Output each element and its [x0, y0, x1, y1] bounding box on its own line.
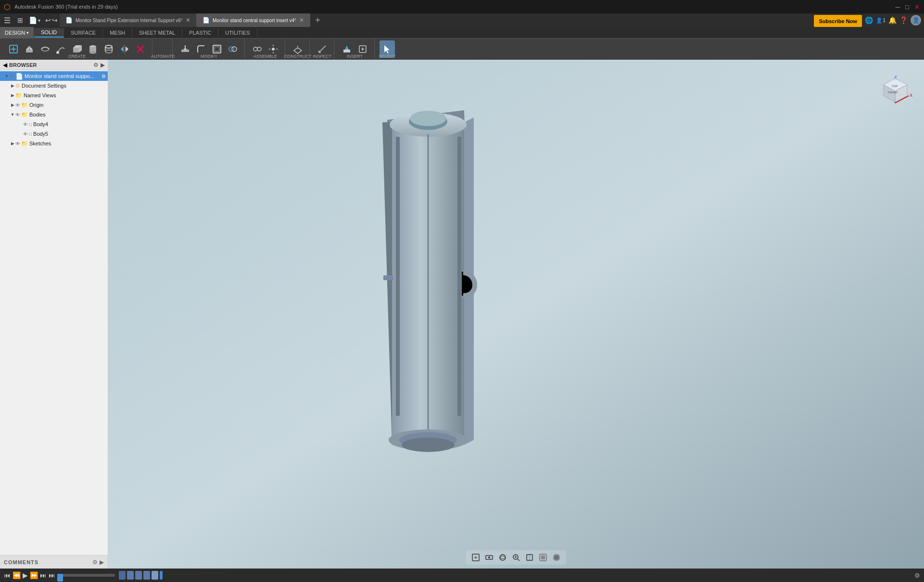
tree-expand-sketches[interactable]: ▶ [10, 141, 15, 146]
status-settings-icon[interactable]: ⚙ [914, 572, 920, 579]
tab-sheet-metal[interactable]: SHEET METAL [132, 28, 182, 37]
svg-marker-20 [126, 46, 128, 52]
app-menu-icon[interactable]: ☰ [0, 13, 14, 27]
keyframe-4[interactable] [143, 571, 150, 580]
tree-root-label: Monitor stand central suppo... [25, 73, 94, 79]
timeline-skip-back-button[interactable]: ⏮ [4, 571, 11, 579]
fit-view-button[interactable] [470, 552, 481, 563]
comments-actions: ⚙ ▶ [92, 559, 104, 566]
tab-mesh[interactable]: MESH [103, 28, 132, 37]
tabbar: ☰ ⊞ 📄▾ ↩ ↪ 📄 Monitor Stand Pipe Extensio… [0, 13, 924, 27]
browser-settings-icon[interactable]: ⚙ [93, 62, 99, 68]
tree-expand-origin[interactable]: ▶ [10, 103, 15, 107]
comments-expand-icon[interactable]: ▶ [100, 559, 104, 566]
viewport[interactable]: Z X FRONT TOP [108, 60, 924, 569]
pipe-button[interactable] [101, 40, 116, 58]
tree-item-origin[interactable]: ▶ 👁 📁 Origin [0, 100, 108, 110]
timeline-next-button[interactable]: ⏩ [30, 571, 38, 579]
assemble-group-label: ASSEMBLE [253, 54, 277, 59]
tab-plastic[interactable]: PLASTIC [182, 28, 218, 37]
tree-item-bodies[interactable]: ▼ 👁 📁 Bodies [0, 110, 108, 119]
zoom-button[interactable] [510, 552, 522, 563]
timeline-end-button[interactable]: ⏭ [49, 571, 55, 579]
visibility-body5-icon[interactable]: 👁 [23, 131, 28, 137]
delete-button[interactable] [133, 40, 148, 58]
tree-item-root[interactable]: ▼ 👁 📄 Monitor stand central suppo... ⚙ [0, 71, 108, 81]
timeline-track[interactable] [57, 574, 115, 577]
tab-solid[interactable]: SOLID [34, 28, 64, 38]
svg-rect-43 [343, 50, 350, 52]
design-dropdown[interactable]: DESIGN ▾ [0, 27, 34, 38]
user-avatar[interactable]: 👤 [911, 15, 921, 26]
viewcube[interactable]: Z X FRONT TOP [876, 69, 914, 108]
minimize-button[interactable]: ─ [894, 3, 901, 10]
extrude-button[interactable] [22, 40, 37, 58]
tree-item-doc-settings[interactable]: ▶ ⚙ Document Settings [0, 81, 108, 91]
maximize-button[interactable]: □ [904, 3, 911, 10]
tab-pipe-close[interactable]: ✕ [186, 17, 190, 24]
mirror-button[interactable] [117, 40, 132, 58]
keyframe-1[interactable] [119, 571, 126, 580]
press-pull-button[interactable] [177, 40, 193, 58]
keyframe-3[interactable] [135, 571, 142, 580]
tab-monitor-support[interactable]: 📄 Monitor stand central support insert v… [197, 13, 310, 27]
visibility-bodies-icon[interactable]: 👁 [15, 112, 20, 117]
tree-expand-named-views[interactable]: ▶ [10, 93, 15, 98]
keyframe-6[interactable] [160, 571, 163, 580]
combine-button[interactable] [225, 40, 240, 58]
keyframe-2[interactable] [127, 571, 134, 580]
appearance-toggle[interactable] [537, 552, 549, 563]
app-title: Autodesk Fusion 360 (Trial ends in 29 da… [14, 4, 118, 10]
keyframe-5[interactable] [152, 571, 158, 580]
timeline-skip-forward-button[interactable]: ⏭ [40, 571, 47, 579]
browser-expand-icon[interactable]: ▶ [101, 62, 105, 68]
browser-collapse-icon[interactable]: ◀ [3, 62, 7, 68]
visibility-root-icon[interactable]: 👁 [10, 74, 14, 79]
timeline-marker[interactable] [57, 574, 63, 582]
subscribe-button[interactable]: Subscribe Now [814, 15, 861, 27]
tab-utilities[interactable]: UTILITIES [218, 28, 257, 37]
statusbar-right: ⚙ [914, 572, 920, 579]
sweep-button[interactable] [53, 40, 69, 58]
body5-shape-icon: □ [29, 131, 32, 137]
new-tab-button[interactable]: + [310, 13, 325, 27]
notifications-icon[interactable]: 🔔 [888, 16, 897, 24]
section-analysis-button[interactable] [524, 552, 535, 563]
revolve-button[interactable] [38, 40, 53, 58]
help-icon[interactable]: ❓ [899, 16, 908, 24]
tree-body5-label: Body5 [33, 131, 48, 137]
timeline-play-button[interactable]: ▶ [23, 571, 28, 579]
tree-root-settings-icon[interactable]: ⚙ [101, 74, 106, 79]
tree-expand-root[interactable]: ▼ [4, 74, 10, 78]
tree-item-named-views[interactable]: ▶ 📁 Named Views [0, 91, 108, 100]
tab-pipe-extension[interactable]: 📄 Monitor Stand Pipe Extension Internal … [60, 13, 197, 27]
create-group: CREATE [2, 39, 152, 60]
grid-toggle[interactable] [551, 552, 562, 563]
app-icon-grid[interactable]: ⊞ [14, 13, 26, 27]
tree-item-body4[interactable]: 👁 □ Body4 [0, 119, 108, 129]
tree-item-body5[interactable]: 👁 □ Body5 [0, 129, 108, 139]
display-settings-button[interactable] [483, 552, 495, 563]
redo-button[interactable]: ↪ [52, 16, 58, 24]
modify-group: MODIFY [174, 39, 245, 60]
browser-panel: ◀ BROWSER ⚙ ▶ ▼ 👁 📄 Monitor stand centra… [0, 60, 108, 569]
timeline-prev-button[interactable]: ⏪ [13, 571, 21, 579]
new-component-button[interactable] [6, 40, 21, 58]
tree-expand-doc-settings[interactable]: ▶ [10, 83, 15, 88]
tree-item-sketches[interactable]: ▶ 👁 📁 Sketches [0, 139, 108, 148]
comments-settings-icon[interactable]: ⚙ [92, 559, 98, 566]
visibility-sketches-icon[interactable]: 👁 [15, 141, 20, 146]
orbit-button[interactable] [497, 552, 508, 563]
tree-doc-icon: 📄 [15, 73, 23, 80]
visibility-body4-icon[interactable]: 👁 [23, 122, 28, 127]
svg-point-78 [500, 555, 506, 560]
undo-button[interactable]: ↩ [45, 16, 51, 24]
online-status-icon[interactable]: 🌐 [865, 16, 873, 24]
cylinder-button[interactable] [85, 40, 101, 58]
tree-expand-bodies[interactable]: ▼ [10, 112, 15, 117]
tab-monitor-close[interactable]: ✕ [299, 17, 304, 24]
close-button[interactable]: ✕ [913, 3, 920, 10]
visibility-origin-icon[interactable]: 👁 [15, 103, 20, 108]
tab-surface[interactable]: SURFACE [64, 28, 103, 37]
file-menu[interactable]: 📄▾ [26, 13, 43, 27]
